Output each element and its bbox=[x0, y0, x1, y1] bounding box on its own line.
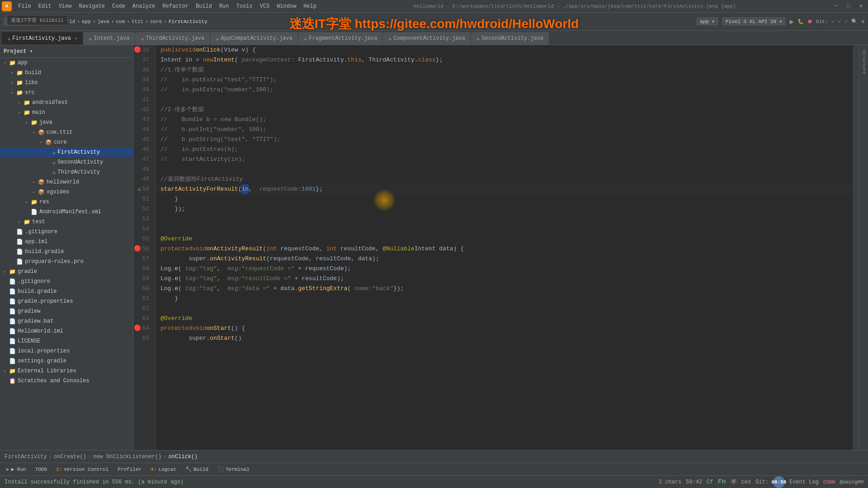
breadcrumb-java[interactable]: java bbox=[97, 19, 109, 24]
menu-item-build[interactable]: Build bbox=[192, 2, 216, 11]
code-line-58[interactable]: Log.e( tag: "tag", msg: "requestCode =" … bbox=[156, 264, 853, 274]
menu-item-refactor[interactable]: Refactor bbox=[159, 2, 192, 11]
event-log[interactable]: Event Log bbox=[789, 479, 819, 485]
code-line-57[interactable]: super.onActivityResult(requestCode, resu… bbox=[156, 254, 853, 264]
menu-item-vcs[interactable]: VCS bbox=[256, 2, 274, 11]
tree-item-external-libraries[interactable]: ▸ 📁 External Libraries bbox=[0, 366, 133, 376]
tree-item--gitignore[interactable]: 📄 .gitignore bbox=[0, 227, 133, 237]
debug-button[interactable]: 🐛 bbox=[797, 19, 804, 24]
encoding-info[interactable]: Cf bbox=[707, 479, 713, 485]
device-dropdown[interactable]: Pixel 3 XL API 29 ▾ bbox=[722, 17, 786, 26]
build-tab[interactable]: 🔨 Build bbox=[182, 465, 212, 473]
code-line-47[interactable]: // startActivity(in); bbox=[156, 155, 853, 164]
tree-item-test[interactable]: ▸ 📁 test bbox=[0, 217, 133, 227]
breadcrumb-onclick[interactable]: onClick() bbox=[168, 454, 198, 460]
code-line-56[interactable]: protected void onActivityResult(int requ… bbox=[156, 244, 853, 254]
breadcrumb-com[interactable]: com bbox=[116, 19, 125, 24]
code-line-40[interactable]: // in.putExtra("number",100); bbox=[156, 85, 853, 95]
code-line-61[interactable]: } bbox=[156, 294, 853, 304]
tab-fragmentactivity[interactable]: ☕ FragmentActivity.java bbox=[298, 32, 382, 45]
chars-info[interactable]: 2 chars bbox=[659, 479, 681, 485]
structure-label[interactable]: Structure bbox=[861, 50, 866, 74]
profiler-tab[interactable]: Profiler bbox=[114, 466, 145, 473]
settings-button[interactable]: ⚙ bbox=[861, 19, 864, 24]
tree-item-thirdactivity[interactable]: ☕ ThirdActivity bbox=[0, 167, 133, 177]
menu-item-file[interactable]: File bbox=[14, 2, 35, 11]
tree-item-build[interactable]: ▾ 📁 build bbox=[0, 68, 133, 78]
tree-item-app[interactable]: ▾ 📁 app bbox=[0, 58, 133, 68]
code-line-43[interactable]: // Bundle b = new Bundle(); bbox=[156, 115, 853, 125]
code-line-37[interactable]: Intent in = new Intent( packageContext: … bbox=[156, 55, 853, 65]
code-line-46[interactable]: // in.putExtras(b); bbox=[156, 145, 853, 155]
menu-item-navigate[interactable]: Navigate bbox=[75, 2, 108, 11]
tree-item--gitignore[interactable]: 📄 .gitignore bbox=[0, 277, 133, 286]
tree-item-gradlew-bat[interactable]: 📄 gradlew.bat bbox=[0, 316, 133, 326]
tree-item-src[interactable]: ▾ 📁 src bbox=[0, 88, 133, 98]
lang-info[interactable]: ces bbox=[741, 479, 751, 485]
code-editor[interactable]: public void onClick(View v) { Intent in … bbox=[156, 45, 853, 450]
code-line-55[interactable]: @Override bbox=[156, 234, 853, 244]
breadcrumb-onclicklistener[interactable]: new OnClickListener() bbox=[93, 454, 161, 460]
maximize-button[interactable]: □ bbox=[844, 2, 854, 10]
code-line-65[interactable]: super.onStart() bbox=[156, 333, 853, 343]
code-line-39[interactable]: // in.putExtra("test","TTIT"); bbox=[156, 75, 853, 85]
code-line-52[interactable]: }); bbox=[156, 204, 853, 214]
tree-item-libs[interactable]: ▸ 📁 libs bbox=[0, 78, 133, 88]
menu-item-tools[interactable]: Tools bbox=[233, 2, 256, 11]
code-line-48[interactable] bbox=[156, 164, 853, 174]
version-control-tab[interactable]: 2: Version Control bbox=[52, 466, 112, 473]
run-button[interactable]: ▶ bbox=[789, 17, 794, 26]
code-line-42[interactable]: //2.传多个数据 bbox=[156, 105, 853, 115]
code-line-51[interactable]: } bbox=[156, 194, 853, 204]
git-status-label[interactable]: Git: bbox=[755, 479, 769, 485]
breadcrumb-oncreate[interactable]: onCreate() bbox=[54, 454, 86, 460]
tree-item-local-properties[interactable]: 📄 local.properties bbox=[0, 346, 133, 356]
code-line-44[interactable]: // b.putInt("number", 100); bbox=[156, 125, 853, 135]
position-info[interactable]: 50:42 bbox=[686, 479, 702, 485]
tab-firstactivity[interactable]: ☕ FirstActivity.java ✕ bbox=[2, 32, 83, 45]
tab-intent[interactable]: ☕ Intent.java bbox=[83, 32, 135, 45]
menu-item-run[interactable]: Run bbox=[216, 2, 233, 11]
code-line-54[interactable] bbox=[156, 224, 853, 234]
tree-item-res[interactable]: ▸ 📁 res bbox=[0, 197, 133, 207]
tree-item-secondactivity[interactable]: ☕ SecondActivity bbox=[0, 157, 133, 167]
menu-item-help[interactable]: Help bbox=[300, 2, 320, 11]
logcat-tab[interactable]: 4: Logcat bbox=[147, 466, 180, 473]
run-tab[interactable]: ▶ ▶ Run bbox=[3, 465, 30, 473]
tree-item-xgvideo[interactable]: ▸ 📦 xgvideo bbox=[0, 187, 133, 197]
close-button[interactable]: ✕ bbox=[856, 2, 866, 10]
tab-thirdactivity[interactable]: ☕ ThirdActivity.java bbox=[135, 32, 210, 45]
code-line-49[interactable]: //返回数据给FirstActivity bbox=[156, 174, 853, 184]
tree-item-androidmanifest-xml[interactable]: 📄 AndroidManifest.xml bbox=[0, 207, 133, 217]
menu-item-analyze[interactable]: Analyze bbox=[129, 2, 159, 11]
run-config-dropdown[interactable]: app ▾ bbox=[696, 17, 718, 26]
menu-item-code[interactable]: Code bbox=[108, 2, 129, 11]
breadcrumb-ttit[interactable]: ttit bbox=[132, 19, 143, 24]
code-line-59[interactable]: Log.e( tag: "tag", msg: "resultCode =" +… bbox=[156, 274, 853, 284]
code-line-60[interactable]: Log.e( tag: "tag", msg: "data =" + data.… bbox=[156, 284, 853, 294]
tree-item-build-gradle[interactable]: 📄 build.gradle bbox=[0, 286, 133, 296]
code-line-62[interactable] bbox=[156, 304, 853, 314]
code-line-50[interactable]: startActivityForResult(in, requestCode: … bbox=[156, 184, 853, 194]
stop-button[interactable]: ⏹ bbox=[807, 19, 812, 24]
todo-tab[interactable]: TODO bbox=[32, 466, 51, 473]
tree-item-main[interactable]: ▾ 📁 main bbox=[0, 108, 133, 117]
code-line-53[interactable] bbox=[156, 214, 853, 224]
tree-item-settings-gradle[interactable]: 📄 settings.gradle bbox=[0, 356, 133, 366]
tree-item-helloworld-iml[interactable]: 📄 HelloWorld.iml bbox=[0, 326, 133, 336]
code-line-38[interactable]: //1.传单个数据 bbox=[156, 65, 853, 75]
breadcrumb-app[interactable]: app bbox=[82, 19, 91, 24]
code-line-41[interactable] bbox=[156, 95, 853, 105]
tree-item-java[interactable]: ▾ 📁 java bbox=[0, 117, 133, 127]
tree-item-build-gradle[interactable]: 📄 build.gradle bbox=[0, 247, 133, 257]
code-line-63[interactable]: @Override bbox=[156, 314, 853, 324]
close-firstactivity-tab[interactable]: ✕ bbox=[75, 36, 77, 41]
tree-item-gradle-properties[interactable]: 📄 gradle.properties bbox=[0, 296, 133, 306]
tree-item-gradlew[interactable]: 📄 gradlew bbox=[0, 306, 133, 316]
tree-item-app-iml[interactable]: 📄 app.iml bbox=[0, 237, 133, 247]
ime-info[interactable]: 半 bbox=[731, 478, 737, 486]
code-line-45[interactable]: // b.putString("test", "TTIT"); bbox=[156, 135, 853, 145]
menu-item-view[interactable]: View bbox=[55, 2, 75, 11]
tab-appcompatactivity[interactable]: ☕ AppCompatActivity.java bbox=[210, 32, 298, 45]
csdn-label[interactable]: CSDN bbox=[823, 479, 835, 485]
